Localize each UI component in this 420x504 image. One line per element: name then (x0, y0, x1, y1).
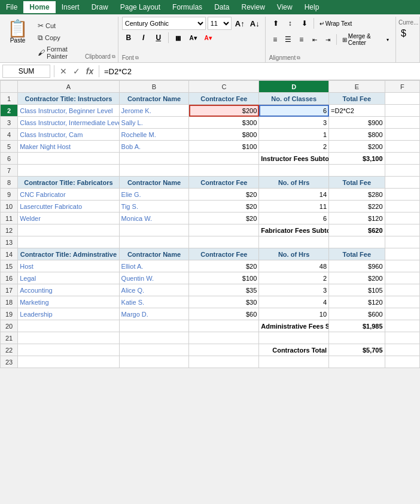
row-header-22[interactable]: 22 (1, 344, 18, 356)
wrap-text-button[interactable]: ↵ Wrap Text (316, 19, 355, 29)
cell-13-C[interactable] (189, 236, 259, 248)
col-header-f[interactable]: F (385, 81, 419, 93)
col-header-d[interactable]: D (259, 81, 329, 93)
cell-23-D[interactable] (259, 356, 329, 368)
cell-7-A[interactable] (18, 165, 119, 177)
fill-color-button[interactable]: A▾ (187, 31, 200, 44)
cell-20-F[interactable] (385, 320, 419, 332)
cell-17-B[interactable]: Alice Q. (119, 284, 189, 296)
cell-4-F[interactable] (385, 129, 419, 141)
merge-dropdown-icon[interactable]: ▾ (386, 37, 389, 42)
cell-12-E[interactable]: $620 (329, 224, 385, 236)
format-painter-button[interactable]: 🖌 Format Painter (35, 44, 83, 61)
decrease-font-button[interactable]: A↓ (248, 17, 261, 30)
row-header-19[interactable]: 19 (1, 308, 18, 320)
cell-20-A[interactable] (18, 320, 119, 332)
cell-21-B[interactable] (119, 332, 189, 344)
row-header-10[interactable]: 10 (1, 201, 18, 212)
formula-input[interactable] (103, 66, 418, 77)
cell-5-D[interactable]: 2 (259, 141, 329, 153)
cell-1-F[interactable] (385, 93, 419, 105)
menu-home[interactable]: Home (23, 1, 55, 13)
cell-4-C[interactable]: $800 (189, 129, 259, 141)
col-header-c[interactable]: C (189, 81, 259, 93)
cell-11-F[interactable] (385, 212, 419, 224)
cell-11-C[interactable]: $20 (189, 212, 259, 224)
cell-9-C[interactable]: $20 (189, 189, 259, 201)
menu-draw[interactable]: Draw (86, 1, 114, 13)
cell-22-E[interactable]: $5,705 (329, 344, 385, 356)
cell-14-D[interactable]: No. of Hrs (259, 248, 329, 260)
cell-15-B[interactable]: Elliot A. (119, 260, 189, 272)
cut-button[interactable]: ✂ Cut (35, 20, 83, 31)
row-header-20[interactable]: 20 (1, 320, 18, 332)
cell-23-B[interactable] (119, 356, 189, 368)
cell-5-F[interactable] (385, 141, 419, 153)
font-size-select[interactable]: 11 (208, 17, 232, 30)
cell-18-E[interactable]: $120 (329, 296, 385, 308)
italic-button[interactable]: I (137, 31, 150, 44)
row-header-9[interactable]: 9 (1, 189, 18, 201)
col-header-a[interactable]: A (18, 81, 119, 93)
confirm-icon[interactable]: ✓ (71, 66, 82, 76)
cell-8-E[interactable]: Total Fee (329, 177, 385, 189)
cell-15-A[interactable]: Host (18, 260, 119, 272)
cell-13-D[interactable] (259, 236, 329, 248)
cell-23-A[interactable] (18, 356, 119, 368)
font-name-select[interactable]: Century Gothic (122, 17, 206, 30)
cell-11-D[interactable]: 6 (259, 212, 329, 224)
cell-6-B[interactable] (119, 153, 189, 165)
cell-11-A[interactable]: Welder (18, 212, 119, 224)
cell-2-C[interactable]: $200 (189, 105, 259, 117)
cell-20-B[interactable] (119, 320, 189, 332)
cell-4-A[interactable]: Class Instructor, Cam (18, 129, 119, 141)
middle-align-button[interactable]: ↕ (284, 17, 297, 30)
cell-22-F[interactable] (385, 344, 419, 356)
cell-5-C[interactable]: $100 (189, 141, 259, 153)
cell-2-D[interactable]: 6 (259, 105, 329, 117)
cell-22-D[interactable]: Contractors Total (259, 344, 329, 356)
row-header-21[interactable]: 21 (1, 332, 18, 344)
cell-10-D[interactable]: 11 (259, 201, 329, 212)
cell-17-D[interactable]: 3 (259, 284, 329, 296)
cell-5-E[interactable]: $200 (329, 141, 385, 153)
cell-9-A[interactable]: CNC Fabricator (18, 189, 119, 201)
cell-3-A[interactable]: Class Instructor, Intermediate Level (18, 117, 119, 129)
cell-8-B[interactable]: Contractor Name (119, 177, 189, 189)
cell-9-F[interactable] (385, 189, 419, 201)
cell-11-B[interactable]: Monica W. (119, 212, 189, 224)
cell-23-E[interactable] (329, 356, 385, 368)
cell-3-E[interactable]: $900 (329, 117, 385, 129)
col-header-b[interactable]: B (119, 81, 189, 93)
cell-5-B[interactable]: Bob A. (119, 141, 189, 153)
bold-button[interactable]: B (122, 31, 135, 44)
cell-3-F[interactable] (385, 117, 419, 129)
row-header-1[interactable]: 1 (1, 93, 18, 105)
cell-12-B[interactable] (119, 224, 189, 236)
cell-19-A[interactable]: Leadership (18, 308, 119, 320)
cell-21-E[interactable] (329, 332, 385, 344)
cell-6-D[interactable]: Instructor Fees Subtotal (259, 153, 329, 165)
cell-3-B[interactable]: Sally L. (119, 117, 189, 129)
cell-14-B[interactable]: Contractor Name (119, 248, 189, 260)
row-header-5[interactable]: 5 (1, 141, 18, 153)
copy-button[interactable]: ⧉ Copy (35, 32, 83, 43)
cell-19-F[interactable] (385, 308, 419, 320)
row-header-15[interactable]: 15 (1, 260, 18, 272)
cell-16-B[interactable]: Quentin W. (119, 272, 189, 284)
bottom-align-button[interactable]: ⬇ (298, 17, 311, 30)
cell-21-A[interactable] (18, 332, 119, 344)
row-header-14[interactable]: 14 (1, 248, 18, 260)
border-button[interactable]: ▦ (172, 31, 185, 44)
cell-15-F[interactable] (385, 260, 419, 272)
cell-12-C[interactable] (189, 224, 259, 236)
cell-13-F[interactable] (385, 236, 419, 248)
cell-18-D[interactable]: 4 (259, 296, 329, 308)
top-align-button[interactable]: ⬆ (269, 17, 282, 30)
cell-17-F[interactable] (385, 284, 419, 296)
cell-22-B[interactable] (119, 344, 189, 356)
menu-data[interactable]: Data (208, 1, 235, 13)
cell-15-C[interactable]: $20 (189, 260, 259, 272)
cell-17-E[interactable]: $105 (329, 284, 385, 296)
cell-21-F[interactable] (385, 332, 419, 344)
